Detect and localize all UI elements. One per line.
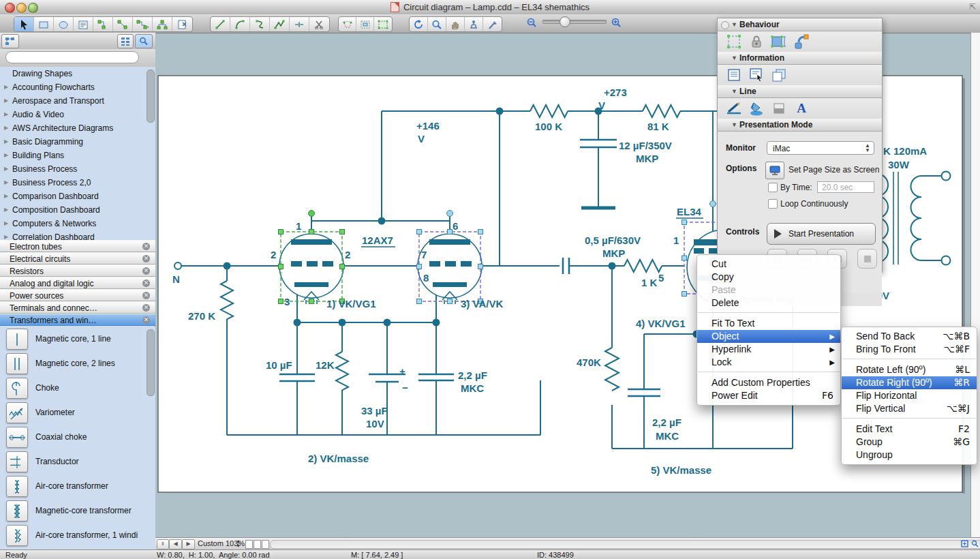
library-tab-selected[interactable]: Transformers and win…✕ — [0, 314, 155, 326]
zoom-tool-button[interactable] — [428, 17, 446, 31]
disconnect-tool-button[interactable] — [172, 17, 192, 31]
library-item[interactable]: ▶Business Process 2,0 — [0, 176, 155, 190]
shape-list-scrollbar[interactable] — [147, 329, 155, 396]
shape-item[interactable]: Choke — [0, 376, 155, 400]
text-style-icon[interactable]: A — [793, 100, 810, 117]
library-item[interactable]: ▶Composition Dashboard — [0, 203, 155, 217]
menu-item-power-edit[interactable]: Power EditF6 — [697, 389, 840, 402]
menu-item-send-to-back[interactable]: Send To Back⌥⌘B — [842, 330, 977, 343]
eyedropper-tool-button[interactable] — [483, 17, 502, 31]
line-section-header[interactable]: ▼ Line — [718, 85, 882, 98]
library-tab[interactable]: Electrical circuits✕ — [0, 252, 155, 265]
shape-item[interactable]: Magnetic core, 2 lines — [0, 351, 155, 376]
library-item[interactable]: ▶Basic Diagramming — [0, 135, 155, 149]
library-item[interactable]: ▶Audio & Video — [0, 108, 155, 121]
zoom-in-icon[interactable] — [611, 17, 622, 31]
monitor-dropdown[interactable]: iMac ▲▼ — [767, 141, 874, 155]
menu-item-object[interactable]: Object▶ — [697, 330, 840, 343]
library-tab[interactable]: Terminals and connec…✕ — [0, 301, 155, 314]
shape-item[interactable]: Variometer — [0, 400, 155, 425]
menu-item-hyperlink[interactable]: Hyperlink▶ — [697, 343, 840, 356]
loop-checkbox[interactable] — [768, 199, 778, 209]
shape-icon-variometer[interactable] — [6, 402, 28, 423]
layers-icon[interactable] — [771, 67, 787, 83]
menu-item-lock[interactable]: Lock▶ — [697, 356, 840, 369]
start-presentation-button[interactable]: Start Presentation — [767, 223, 876, 245]
menu-item-add-custom-properties[interactable]: Add Custom Properties — [697, 376, 840, 389]
connector-direct-tool-button[interactable] — [113, 17, 133, 31]
menu-item-copy[interactable]: Copy — [697, 271, 840, 284]
library-item[interactable]: ▶Accounting Flowcharts — [0, 80, 155, 94]
by-time-checkbox[interactable] — [768, 183, 778, 192]
pane-splitter-button[interactable]: ‖ — [157, 539, 169, 549]
search-view-icon[interactable] — [135, 34, 153, 48]
menu-item-rotate-right[interactable]: Rotate Right (90º)⌘R — [842, 376, 977, 389]
fill-bucket-icon[interactable] — [748, 100, 765, 117]
page-thumbnail[interactable] — [245, 540, 253, 549]
previous-page-button[interactable]: ◀ — [169, 539, 182, 549]
page-thumbnail[interactable] — [254, 540, 261, 549]
shape-icon-air-core-transformer-1-winding[interactable] — [6, 525, 28, 546]
zoom-window-button[interactable] — [28, 3, 38, 13]
next-page-button[interactable]: ▶ — [182, 539, 195, 549]
note-icon[interactable] — [726, 67, 742, 83]
resize-grip-icon[interactable]: ⇱ — [969, 2, 976, 12]
stamp-tool-button[interactable] — [465, 17, 483, 31]
close-tab-icon[interactable]: ✕ — [142, 243, 150, 250]
menu-item-flip-vertical[interactable]: Flip Vertical⌥⌘J — [842, 402, 977, 415]
fit-page-icon[interactable] — [960, 539, 969, 548]
horizontal-scrollbar[interactable] — [270, 540, 980, 549]
close-window-button[interactable] — [5, 3, 15, 13]
library-item[interactable]: ▶Building Plans — [0, 149, 155, 162]
palette-close-icon[interactable] — [721, 21, 729, 29]
curve-tool-button[interactable] — [250, 17, 270, 31]
shape-icon-magnetic-core-transformer[interactable] — [6, 500, 28, 522]
shape-icon-air-core-transformer[interactable] — [6, 476, 28, 497]
menu-item-fit-to-text[interactable]: Fit To Text — [697, 317, 840, 330]
action-arrow-icon[interactable] — [793, 33, 810, 50]
library-item[interactable]: Drawing Shapes — [0, 67, 155, 80]
stop-button[interactable] — [857, 249, 877, 269]
behaviour-section-header[interactable]: ▼ Behaviour — [718, 18, 882, 31]
select-tool-button[interactable] — [14, 17, 34, 31]
zoom-out-icon[interactable] — [526, 17, 537, 31]
library-tab[interactable]: Power sources✕ — [0, 289, 155, 301]
close-tab-icon[interactable]: ✕ — [142, 267, 150, 275]
library-tab[interactable]: Analog and digital logic✕ — [0, 277, 155, 289]
zoom-slider[interactable] — [542, 20, 607, 24]
rectangle-tool-button[interactable] — [34, 17, 54, 31]
zoom-page-icon[interactable] — [970, 539, 979, 548]
shape-icon-transductor[interactable] — [6, 451, 28, 472]
shadow-style-icon[interactable] — [771, 100, 787, 117]
connector-smart-tool-button[interactable] — [133, 17, 153, 31]
shape-item[interactable]: Air-core transformer — [0, 474, 155, 498]
text-tool-button[interactable] — [74, 17, 93, 31]
close-tab-icon[interactable]: ✕ — [142, 255, 150, 262]
minimize-window-button[interactable] — [16, 3, 27, 13]
menu-item-ungroup[interactable]: Ungroup — [842, 449, 977, 462]
library-item[interactable]: ▶AWS Architecture Diagrams — [0, 121, 155, 135]
polyline-tool-button[interactable] — [270, 17, 290, 31]
presentation-section-header[interactable]: ▼ Presentation Mode — [718, 119, 882, 132]
resize-behaviour-icon[interactable] — [771, 33, 787, 50]
connector-angled-tool-button[interactable] — [93, 17, 113, 31]
zoom-slider-thumb[interactable] — [560, 16, 570, 27]
menu-item-cut[interactable]: Cut — [697, 258, 840, 271]
shape-item[interactable]: Transductor — [0, 449, 155, 474]
pan-hand-tool-button[interactable] — [446, 17, 465, 31]
set-page-size-button[interactable] — [765, 162, 784, 179]
close-tab-icon[interactable]: ✕ — [142, 292, 150, 299]
information-section-header[interactable]: ▼ Information — [718, 52, 882, 65]
shape-item[interactable]: Air-core transformer, 1 windi — [0, 523, 155, 547]
ellipse-tool-button[interactable] — [54, 17, 74, 31]
line-tool-button[interactable] — [211, 17, 230, 31]
grid-view-icon[interactable] — [117, 34, 134, 48]
menu-item-bring-to-front[interactable]: Bring To Front⌥⌘F — [842, 343, 977, 356]
menu-item-flip-horizontal[interactable]: Flip Horizontal — [842, 389, 977, 402]
search-input[interactable] — [5, 51, 139, 63]
library-tree-icon[interactable] — [1, 34, 19, 48]
shape-item[interactable]: Magnetic-core transformer — [0, 498, 155, 523]
hint-icon[interactable] — [748, 67, 765, 83]
library-item[interactable]: ▶Correlation Dashboard — [0, 230, 155, 240]
library-item[interactable]: ▶Comparison Dashboard — [0, 190, 155, 203]
